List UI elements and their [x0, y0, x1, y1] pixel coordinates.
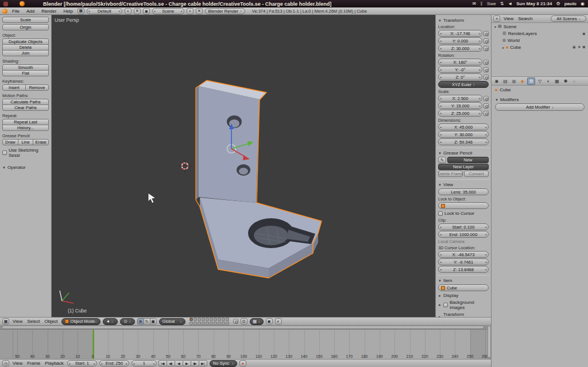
3d-scene[interactable]: [52, 15, 435, 317]
tab-modifiers-icon[interactable]: ⚙: [527, 78, 535, 85]
play-button[interactable]: ▶: [183, 360, 191, 366]
layers-widget[interactable]: [189, 318, 229, 325]
gp-erase-button[interactable]: Erase: [33, 139, 49, 145]
sketching-sessions-checkbox[interactable]: [2, 150, 7, 155]
timeline-hscrollbar[interactable]: [0, 325, 488, 330]
layer-cell[interactable]: [194, 318, 197, 321]
expander-icon[interactable]: ▾: [494, 25, 496, 29]
clear-paths-button[interactable]: Clear Paths: [2, 105, 49, 111]
location-z-field[interactable]: Z: 30.000: [438, 45, 482, 52]
lock-icon[interactable]: [483, 111, 489, 116]
operator-panel-header[interactable]: ▼ Operator: [2, 165, 49, 170]
outliner-item-cube[interactable]: ▸ ■ Cube ◉ ➤ ◙: [492, 44, 588, 51]
pivot-point-dropdown[interactable]: ⊙↕: [120, 318, 135, 325]
session-gear-icon[interactable]: ⚙: [556, 1, 560, 6]
timeline-vscrollbar[interactable]: [488, 325, 491, 359]
lock-icon[interactable]: [483, 38, 489, 44]
dimensions-y-field[interactable]: Y: 30.000: [438, 131, 489, 138]
grease-pencil-panel-header[interactable]: ▼Grease Pencil: [438, 150, 489, 156]
viewport-shading-dropdown[interactable]: ●↕: [103, 318, 118, 325]
outliner-menu-view[interactable]: View: [502, 16, 514, 21]
rotation-x-field[interactable]: X: 180°: [438, 59, 482, 65]
transform-orientation-dropdown[interactable]: Global↕: [159, 318, 185, 325]
gp-draw-button[interactable]: Draw: [2, 139, 18, 145]
insert-keyframe-button[interactable]: Insert: [2, 84, 26, 91]
lock-icon[interactable]: [233, 319, 238, 324]
scale-z-field[interactable]: Z: 25.000: [438, 110, 482, 117]
timeline-ruler[interactable]: 5040302010010203040506070809010011012013…: [10, 354, 488, 358]
magnet-snap-icon[interactable]: Ω: [241, 318, 247, 324]
cursor-x-field[interactable]: X: -46.5473: [438, 251, 489, 258]
opengl-render-icon[interactable]: ◙: [266, 318, 273, 324]
lock-to-cursor-checkbox[interactable]: [438, 211, 443, 216]
app-menu-icon[interactable]: [3, 2, 8, 6]
screen-layout-icon[interactable]: ▦: [78, 8, 84, 14]
screen-layout-dropdown[interactable]: Default: [87, 8, 122, 14]
mail-icon[interactable]: ✉: [473, 1, 477, 6]
background-images-panel-header[interactable]: ►Background Images: [438, 300, 489, 310]
display-panel-header[interactable]: ►Display: [438, 293, 489, 298]
remove-layout-button[interactable]: ✕: [134, 8, 141, 14]
expander-icon[interactable]: ▸: [502, 45, 504, 49]
power-icon[interactable]: ◉: [581, 1, 585, 6]
visibility-eye-icon[interactable]: ◉: [572, 45, 576, 49]
scale-x-field[interactable]: X: 2.500: [438, 95, 482, 102]
tab-physics-icon[interactable]: ◌: [570, 78, 578, 85]
prev-keyframe-button[interactable]: ◀|: [167, 360, 175, 366]
layer-cell[interactable]: [202, 318, 205, 321]
cursor-y-field[interactable]: Y: -9.7461: [438, 258, 489, 265]
gp-line-button[interactable]: Line: [18, 139, 34, 145]
dimensions-z-field[interactable]: Z: 59.346: [438, 138, 489, 145]
clip-end-field[interactable]: End: 1000.000: [438, 231, 489, 238]
scrollbar-handle[interactable]: [488, 326, 490, 357]
lock-icon[interactable]: [483, 75, 489, 80]
origin-button[interactable]: Origin: [2, 24, 49, 30]
cursor-z-field[interactable]: Z: 13.8468: [438, 266, 489, 273]
transform-orientations-panel-header[interactable]: ►Transform Orientations: [438, 312, 489, 317]
renderable-camera-icon[interactable]: ◙: [583, 45, 585, 49]
transform-panel-header[interactable]: ▼Transform: [438, 18, 489, 23]
flat-button[interactable]: Flat: [2, 70, 49, 76]
lock-icon[interactable]: [483, 31, 489, 36]
rotation-mode-dropdown[interactable]: XYZ Euler↕: [438, 81, 489, 88]
scale-manipulator-icon[interactable]: ▣: [150, 318, 157, 324]
clip-start-field[interactable]: Start: 0.100: [438, 223, 489, 230]
menu-file[interactable]: File: [10, 9, 22, 14]
layer-cell[interactable]: [189, 318, 193, 321]
timeline-menu-playback[interactable]: Playback: [44, 361, 64, 366]
blender-taskbar-icon[interactable]: [20, 1, 25, 6]
timeline-menu-frame[interactable]: Frame: [26, 361, 41, 366]
jump-to-end-button[interactable]: ▶|: [199, 360, 207, 366]
pencil-icon[interactable]: ✎: [438, 157, 446, 163]
lens-field[interactable]: Lens: 35.000: [438, 188, 489, 195]
layer-cell[interactable]: [214, 318, 217, 321]
layer-cell[interactable]: [218, 318, 221, 321]
gp-convert-button[interactable]: Convert: [464, 171, 489, 177]
view-panel-header[interactable]: ▼View: [438, 182, 489, 187]
play-reverse-button[interactable]: ◀: [175, 360, 183, 366]
gp-new-layer-button[interactable]: New Layer: [438, 164, 489, 170]
editor-type-icon[interactable]: ◷: [2, 360, 9, 366]
timeline-menu-view[interactable]: View: [11, 361, 24, 366]
tab-particles-icon[interactable]: ✱: [562, 78, 570, 85]
lock-icon[interactable]: [483, 96, 489, 101]
network-icon[interactable]: ⇅: [500, 1, 504, 6]
gp-new-button[interactable]: New: [447, 157, 489, 163]
add-layout-button[interactable]: +: [125, 8, 131, 14]
history-button[interactable]: History...: [2, 125, 49, 131]
layer-cell[interactable]: [222, 318, 225, 321]
blender-logo[interactable]: [2, 9, 7, 14]
3d-viewport[interactable]: User Persp (1) Cube: [52, 15, 435, 317]
mode-dropdown[interactable]: Object Mode↕: [61, 318, 100, 325]
tab-world-icon[interactable]: ◍: [510, 78, 518, 85]
location-x-field[interactable]: X: -17.746: [438, 30, 482, 37]
viewport-menu-select[interactable]: Select: [26, 319, 41, 324]
item-panel-header[interactable]: ▼Item: [438, 278, 489, 283]
render-icon[interactable]: ◙: [583, 32, 585, 36]
rotate-manipulator-icon[interactable]: ↻: [144, 318, 150, 324]
sync-mode-dropdown[interactable]: No Sync↕: [210, 360, 237, 367]
gp-delete-frame-button[interactable]: Delete Frame: [438, 171, 463, 177]
tab-object-data-icon[interactable]: ▽: [536, 78, 544, 85]
outliner-display-mode-dropdown[interactable]: All Scenes↕: [551, 16, 586, 22]
outliner-menu-search[interactable]: Search: [517, 16, 533, 21]
